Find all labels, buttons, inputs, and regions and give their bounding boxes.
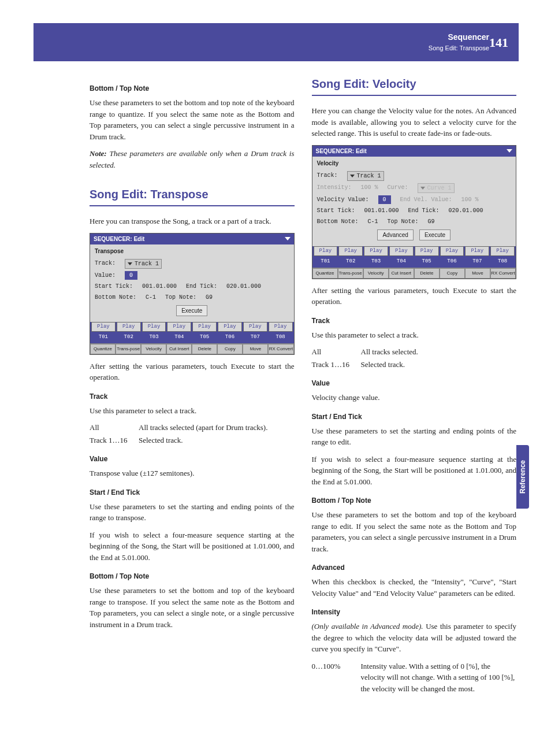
- play-button[interactable]: Play: [314, 246, 338, 257]
- track-cell[interactable]: T08: [269, 333, 293, 342]
- top-note-value[interactable]: G9: [428, 217, 435, 226]
- play-button[interactable]: Play: [91, 322, 116, 332]
- tab-velocity[interactable]: Velocity: [363, 268, 389, 279]
- play-button[interactable]: Play: [269, 322, 293, 332]
- value-label: Value:: [95, 271, 116, 280]
- tab-cut-insert[interactable]: Cut Insert: [166, 344, 192, 354]
- def-desc: Intensity value. With a setting of 0 [%]…: [361, 661, 517, 695]
- track-cell[interactable]: T03: [142, 333, 166, 342]
- top-note-value[interactable]: G9: [206, 293, 213, 302]
- def-term: All: [90, 422, 139, 433]
- heading-start-end-tick: Start / End Tick: [90, 487, 295, 498]
- track-cell[interactable]: T04: [389, 257, 414, 266]
- para: After setting the various parameters, to…: [90, 361, 295, 383]
- tab-copy[interactable]: Copy: [440, 268, 465, 279]
- vel-value-input[interactable]: 0: [378, 195, 391, 204]
- start-tick-value[interactable]: 001.01.000: [142, 282, 177, 291]
- tab-transpose[interactable]: Trans-pose: [338, 268, 363, 279]
- track-cell[interactable]: T01: [91, 333, 116, 342]
- play-button[interactable]: Play: [142, 322, 166, 332]
- play-button[interactable]: Play: [415, 246, 439, 257]
- track-cell[interactable]: T02: [117, 333, 141, 342]
- track-cell[interactable]: T04: [167, 333, 191, 342]
- play-button[interactable]: Play: [338, 246, 363, 257]
- def-row: 0…100% Intensity value. With a setting o…: [312, 661, 517, 695]
- track-cell[interactable]: T01: [314, 257, 338, 266]
- def-row: All All tracks selected.: [312, 346, 517, 358]
- tab-rx-convert[interactable]: RX Convert: [490, 268, 516, 279]
- play-button[interactable]: Play: [490, 246, 515, 257]
- play-button[interactable]: Play: [192, 322, 217, 332]
- execute-button[interactable]: Execute: [176, 305, 207, 316]
- end-tick-label: End Tick:: [408, 206, 440, 215]
- track-cell[interactable]: T03: [364, 257, 388, 266]
- track-cell[interactable]: T07: [465, 257, 489, 266]
- para: When this checkbox is checked, the "Inte…: [312, 576, 517, 599]
- menu-icon[interactable]: [507, 149, 512, 153]
- play-button[interactable]: Play: [117, 322, 141, 332]
- menu-icon[interactable]: [285, 237, 291, 240]
- ui-group-label: Velocity: [317, 159, 512, 168]
- heading-value: Value: [312, 378, 517, 388]
- track-value: Track 1: [357, 172, 381, 180]
- track-cell[interactable]: T05: [192, 333, 217, 342]
- track-cell[interactable]: T08: [490, 257, 515, 266]
- play-button[interactable]: Play: [465, 246, 489, 257]
- bottom-note-value[interactable]: C-1: [368, 217, 378, 226]
- play-button[interactable]: Play: [167, 322, 191, 332]
- para: If you wish to select a four-measure seq…: [90, 529, 295, 564]
- tab-move[interactable]: Move: [243, 344, 268, 354]
- tab-quantize[interactable]: Quantize: [312, 268, 338, 279]
- value-input[interactable]: 0: [125, 271, 137, 280]
- def-desc: Selected track.: [361, 359, 517, 370]
- execute-button[interactable]: Execute: [419, 229, 451, 240]
- heading-bottom-top-note: Bottom / Top Note: [312, 495, 517, 506]
- start-tick-value[interactable]: 001.01.000: [364, 206, 399, 215]
- track-dropdown[interactable]: Track 1: [347, 171, 384, 181]
- tab-velocity[interactable]: Velocity: [141, 344, 166, 354]
- header-subtitle: Song Edit: Transpose: [429, 43, 489, 53]
- curve-value: Curve 1: [427, 184, 452, 192]
- tab-transpose[interactable]: Trans-pose: [116, 344, 141, 354]
- section-rule: [312, 95, 517, 96]
- heading-track: Track: [90, 391, 295, 402]
- def-desc: All tracks selected.: [361, 346, 517, 358]
- tab-move[interactable]: Move: [465, 268, 490, 279]
- tab-delete[interactable]: Delete: [192, 344, 217, 354]
- track-cell[interactable]: T05: [415, 257, 439, 266]
- play-button[interactable]: Play: [243, 322, 267, 332]
- para: Transpose value (±127 semitones).: [90, 468, 295, 479]
- play-button[interactable]: Play: [364, 246, 388, 257]
- section-title-transpose: Song Edit: Transpose: [90, 186, 295, 203]
- end-vel-value: 100 %: [461, 195, 479, 204]
- play-button[interactable]: Play: [389, 246, 414, 257]
- play-button[interactable]: Play: [440, 246, 464, 257]
- vel-value-label: Velocity Value:: [317, 195, 369, 204]
- bottom-note-label: Bottom Note:: [95, 293, 136, 302]
- tab-cut-insert[interactable]: Cut Insert: [389, 268, 414, 279]
- tab-rx-convert[interactable]: RX Convert: [268, 344, 293, 354]
- heading-value: Value: [90, 454, 295, 464]
- para: After setting the various parameters, to…: [312, 285, 517, 307]
- end-tick-value[interactable]: 020.01.000: [226, 282, 261, 291]
- note-label: Note:: [90, 149, 107, 158]
- tab-copy[interactable]: Copy: [217, 344, 243, 354]
- end-tick-value[interactable]: 020.01.000: [449, 206, 483, 215]
- track-cell[interactable]: T02: [338, 257, 363, 266]
- intensity-value: 100 %: [361, 183, 378, 193]
- advanced-checkbox[interactable]: Advanced: [377, 229, 413, 240]
- left-column: Bottom / Top Note Use these parameters t…: [90, 75, 295, 695]
- para: Here you can transpose the Song, a track…: [90, 216, 295, 227]
- track-dropdown[interactable]: Track 1: [125, 259, 162, 269]
- tab-delete[interactable]: Delete: [414, 268, 440, 279]
- def-row: Track 1…16 Selected track.: [312, 359, 517, 370]
- heading-track: Track: [312, 316, 517, 326]
- bottom-note-value[interactable]: C-1: [146, 293, 156, 302]
- tab-quantize[interactable]: Quantize: [90, 344, 116, 354]
- track-cell[interactable]: T06: [440, 257, 464, 266]
- right-column: Song Edit: Velocity Here you can change …: [312, 75, 517, 695]
- track-cell[interactable]: T07: [243, 333, 267, 342]
- play-button[interactable]: Play: [218, 322, 242, 332]
- track-cell[interactable]: T06: [218, 333, 242, 342]
- end-vel-label: End Vel. Value:: [400, 195, 452, 204]
